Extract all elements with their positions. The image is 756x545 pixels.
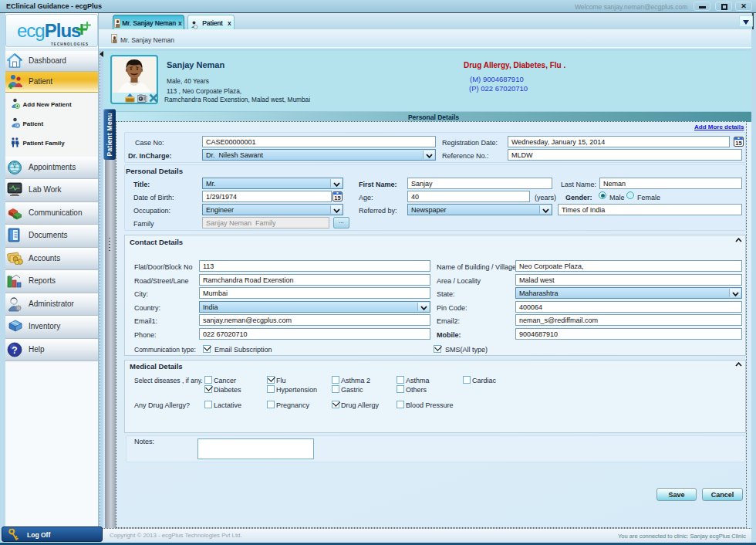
svg-text:15: 15 (334, 195, 340, 201)
svg-text:?: ? (12, 345, 17, 356)
svg-text:15: 15 (735, 140, 741, 147)
